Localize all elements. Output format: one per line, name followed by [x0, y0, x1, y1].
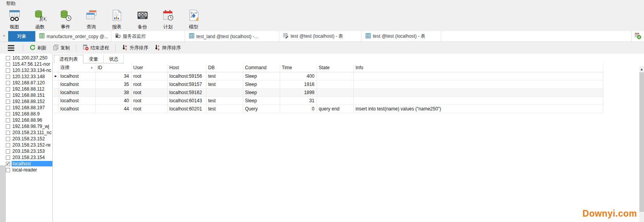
connection-list-item[interactable]: 203.158.23.154 — [6, 154, 52, 161]
tab-server-monitor[interactable]: 服务器监控 — [111, 31, 185, 42]
col-info[interactable]: Info — [353, 63, 603, 72]
sort-desc-button[interactable]: za 降序排序 — [151, 43, 184, 52]
connection-list-item-localhost[interactable]: localhost — [6, 161, 52, 167]
connection-checkbox[interactable] — [6, 168, 10, 172]
connection-checkbox[interactable] — [6, 81, 10, 85]
query-button[interactable]: 查询 — [78, 8, 104, 30]
connection-list-item[interactable]: local-reader — [6, 167, 52, 173]
query-button-label: 查询 — [87, 24, 96, 30]
connection-checkbox[interactable] — [6, 137, 10, 141]
process-row[interactable]: ▶ localhost 34 root localhost:59156 test… — [54, 72, 603, 80]
connection-list-item[interactable]: 192.168.88.152 — [6, 98, 52, 105]
end-process-label: 结束进程 — [90, 45, 109, 51]
connection-list-item[interactable]: 192.168.88.151 — [6, 92, 52, 98]
connection-checkbox[interactable] — [6, 68, 10, 73]
sidebar-gutter — [0, 54, 6, 222]
tab-objects[interactable]: 对象 — [8, 31, 35, 42]
tab-label: 服务器监控 — [123, 33, 146, 40]
backup-button[interactable]: 备份 — [130, 8, 155, 30]
model-button[interactable]: 模型 — [181, 8, 206, 30]
sort-asc-button[interactable]: az 升序排序 — [119, 43, 151, 52]
scroll-up-icon[interactable]: ▲ — [639, 66, 644, 72]
connection-list-item[interactable]: 203.158.23.152-re — [6, 142, 52, 148]
table-vertical-scrollbar[interactable]: ▲ — [639, 66, 644, 222]
menu-help[interactable]: 帮助 — [6, 0, 16, 7]
svg-text:a: a — [125, 44, 127, 47]
tab-status[interactable]: 状态 — [104, 55, 124, 63]
col-time[interactable]: Time — [280, 63, 317, 72]
sidebar-scrollbar[interactable] — [0, 165, 6, 222]
connection-checkbox[interactable] — [6, 131, 10, 135]
connection-checkbox[interactable] — [6, 124, 10, 129]
tab-label: manufacture_order_copy @... — [47, 34, 108, 39]
copy-button[interactable]: 复制 — [50, 43, 73, 52]
tab-manufacture-order-copy[interactable]: manufacture_order_copy @... — [35, 31, 111, 42]
col-state[interactable]: State — [317, 63, 353, 72]
tab-test-table-edit[interactable]: test @test (localhost) - 表 — [279, 31, 362, 42]
process-row[interactable]: localhost 35 root localhost:59157 test S… — [54, 80, 603, 88]
monitor-pane: 进程列表 变量 状态 连接▲ ID User Host DB Command T… — [53, 54, 644, 222]
connection-list-item[interactable]: 101.200.237.250 — [6, 55, 52, 61]
connection-checkbox[interactable] — [6, 56, 10, 60]
end-process-button[interactable]: 结束进程 — [80, 43, 112, 52]
tab-test-table[interactable]: test @test (localhost) - 表 — [362, 31, 441, 42]
connection-list-item[interactable]: 203.158.23.152 — [6, 136, 52, 142]
schedule-button[interactable]: 计划 — [155, 8, 181, 30]
connection-checkbox[interactable] — [6, 106, 10, 110]
model-diagram-icon — [187, 9, 200, 23]
connection-checkbox[interactable] — [6, 149, 10, 154]
separator — [23, 44, 23, 51]
tab-variables[interactable]: 变量 — [83, 55, 104, 63]
col-db[interactable]: DB — [206, 63, 243, 72]
refresh-button[interactable]: 刷新 — [26, 43, 50, 52]
connection-list-item[interactable]: 120.132.33.148 — [6, 73, 52, 80]
connection-list-item[interactable]: 203.158.23.111_nc — [6, 129, 52, 136]
connection-checkbox[interactable] — [6, 100, 10, 104]
new-tab-button[interactable] — [632, 31, 644, 42]
connection-checkbox[interactable] — [6, 162, 10, 166]
process-row[interactable]: localhost 40 root localhost:60143 test S… — [54, 96, 603, 105]
connection-checkbox[interactable] — [6, 75, 10, 79]
report-button[interactable]: 报表 — [104, 8, 130, 30]
schedule-button-label: 计划 — [163, 24, 173, 30]
connection-list-item[interactable]: 120.132.33.134-nc — [6, 67, 52, 73]
connection-checkbox[interactable] — [6, 156, 10, 160]
tab-process-list[interactable]: 进程列表 — [54, 55, 83, 63]
scrollbar-thumb[interactable] — [639, 72, 644, 212]
connection-list-item[interactable]: 192.168.88.96 — [6, 117, 52, 123]
svg-text:z: z — [158, 44, 159, 47]
event-clock-icon — [59, 9, 72, 23]
event-button[interactable]: 事件 — [53, 8, 78, 30]
connection-list-item[interactable]: 192.168.87.120 — [6, 80, 52, 86]
col-host[interactable]: Host — [167, 63, 206, 72]
process-row[interactable]: localhost 38 root localhost:59162 Sleep … — [54, 88, 603, 96]
col-id[interactable]: ID — [95, 63, 131, 72]
connection-list-item[interactable]: 115.47.56.121-nor — [6, 61, 52, 67]
view-button[interactable]: 视图 — [2, 8, 27, 30]
connection-list-item[interactable]: 192.168.88.197 — [6, 105, 52, 111]
process-row[interactable]: localhost 44 root localhost:60201 test Q… — [54, 105, 603, 113]
collapse-toolbar-button[interactable]: ^ — [0, 31, 8, 42]
connection-list-item[interactable]: 203.158.23.153 — [6, 148, 52, 154]
connection-checkbox[interactable] — [6, 112, 10, 116]
svg-text:f(x): f(x) — [40, 15, 47, 22]
connection-checkbox[interactable] — [6, 62, 10, 66]
connection-checkbox[interactable] — [6, 93, 10, 98]
connection-checkbox[interactable] — [6, 143, 10, 147]
sort-descending-icon: za — [154, 44, 161, 52]
connection-list-item[interactable]: 192.168.88.9 — [6, 111, 52, 117]
menu-hamburger-button[interactable] — [8, 45, 14, 51]
tab-test-land[interactable]: test_land @test (localhost) -... — [185, 31, 279, 42]
report-chart-icon — [111, 9, 123, 23]
table-icon — [189, 33, 194, 40]
connection-list-item[interactable]: 192.168.88.112 — [6, 86, 52, 92]
col-connection[interactable]: 连接▲ — [58, 63, 95, 72]
connection-checkbox[interactable] — [6, 118, 10, 122]
tab-bar-spacer — [441, 31, 632, 42]
col-user[interactable]: User — [131, 63, 167, 72]
col-command[interactable]: Command — [243, 63, 280, 72]
edit-table-icon — [283, 33, 289, 40]
function-button[interactable]: f(x) 函数 — [27, 8, 53, 30]
connection-list-item[interactable]: 192.168.98.79_wj — [6, 123, 52, 129]
connection-checkbox[interactable] — [6, 87, 10, 91]
